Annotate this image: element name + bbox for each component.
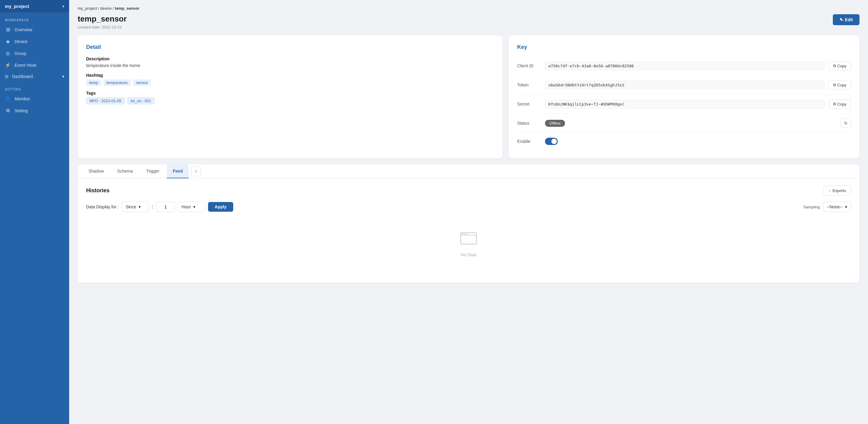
hashtag-tag-temp: temp (86, 80, 101, 86)
sidebar-item-label: Dashboard (12, 74, 33, 79)
hashtag-tag-sensor: sensor (133, 80, 151, 86)
secret-copy-button[interactable]: ⧉ Copy (829, 99, 851, 109)
enable-toggle[interactable] (545, 138, 558, 145)
histories-title: Histories (86, 187, 110, 194)
copy-label: Copy (837, 102, 846, 107)
tab-trigger[interactable]: Trigger (140, 164, 165, 178)
colon-separator: : (152, 204, 153, 210)
hashtag-label: Hashtag (86, 73, 494, 78)
page-subtitle: created date: 2022-10-21 (78, 25, 127, 29)
tab-info-button[interactable]: i (191, 166, 201, 176)
secret-value: KfnQnzNK$qilLCp3ve~TJ-#XD#PK0ge( (545, 100, 825, 109)
hour-value: Hour (182, 205, 191, 209)
main-content: my_project / device / temp_sensor temp_s… (69, 0, 868, 424)
chevron-down-icon: ▾ (62, 74, 64, 79)
breadcrumb-part-project[interactable]: my_project (78, 6, 97, 10)
tags-list: MFD : 2022-01-05 lot_no : 001 (86, 97, 494, 104)
sidebar-item-overview[interactable]: ⊞ Overview (0, 24, 69, 35)
hashtag-tags: temp temperature sensor (86, 80, 494, 86)
sidebar-item-label: Device (14, 39, 28, 44)
hook-icon: ⚡ (5, 62, 11, 68)
chevron-down-icon: ▾ (193, 205, 195, 209)
member-icon: 👤 (5, 96, 11, 101)
detail-card: Detail Description temperature inside th… (78, 35, 502, 158)
tab-feed[interactable]: Feed (167, 164, 189, 178)
sampling-value: --None-- (827, 205, 842, 209)
dashboard-icon: ⊟ (5, 74, 8, 79)
secret-row: Secret KfnQnzNK$qilLCp3ve~TJ-#XD#PK0ge( … (517, 95, 851, 114)
sidebar-item-member[interactable]: 👤 Member (0, 93, 69, 104)
grid-icon: ⊞ (5, 27, 11, 32)
svg-point-1 (462, 233, 463, 235)
edit-button[interactable]: ✎ Edit (833, 14, 860, 25)
description-label: Description (86, 56, 494, 61)
status-label: Status (517, 121, 541, 126)
no-data-icon (460, 230, 478, 249)
exports-label: Exports (833, 188, 846, 193)
breadcrumb-part-device[interactable]: device (100, 6, 112, 10)
sidebar-item-label: Setting (14, 108, 28, 113)
chevron-down-icon: ▾ (138, 205, 141, 209)
number-input[interactable] (156, 202, 175, 212)
copy-label: Copy (837, 64, 846, 68)
refresh-button[interactable]: ↻ (841, 119, 851, 128)
apply-button[interactable]: Apply (208, 202, 233, 212)
tag-lot: lot_no : 001 (127, 97, 155, 104)
client-id-label: Client ID (517, 63, 541, 68)
client-id-copy-button[interactable]: ⧉ Copy (829, 61, 851, 70)
sidebar-item-label: Group (14, 51, 26, 56)
key-card-title: Key (517, 44, 851, 50)
sidebar-item-label: Member (14, 96, 30, 101)
sidebar-item-label: Overview (14, 27, 32, 32)
enable-label: Enable (517, 139, 541, 144)
info-icon: i (196, 169, 196, 174)
device-icon: ◈ (5, 38, 11, 44)
tabs-bar: Shadow Schema Trigger Feed i (78, 164, 860, 178)
tab-shadow[interactable]: Shadow (83, 164, 110, 178)
section-header: Histories ↑ Exports (86, 186, 851, 195)
status-row: Status Offline ↻ (517, 114, 851, 133)
feed-section: Histories ↑ Exports Data Display for : S… (78, 178, 860, 283)
chevron-down-icon: ▾ (845, 205, 847, 209)
sidebar-item-group[interactable]: ◎ Group (0, 47, 69, 59)
tab-schema[interactable]: Schema (111, 164, 139, 178)
left-controls: Data Display for : Since ▾ : Hour ▾ Appl… (86, 202, 233, 212)
group-icon: ◎ (5, 50, 11, 56)
breadcrumb: my_project / device / temp_sensor (78, 6, 860, 10)
sidebar-item-setting[interactable]: ⚙ Setting (0, 104, 69, 117)
apply-label: Apply (215, 205, 226, 209)
token-copy-button[interactable]: ⧉ Copy (829, 80, 851, 89)
data-controls-row: Data Display for : Since ▾ : Hour ▾ Appl… (86, 202, 851, 212)
data-display-label: Data Display for : (86, 205, 119, 209)
sidebar-item-event-hook[interactable]: ⚡ Event Hook (0, 59, 69, 71)
edit-label: Edit (845, 17, 853, 22)
page-title: temp_sensor (78, 14, 127, 24)
hour-dropdown[interactable]: Hour ▾ (178, 202, 205, 212)
copy-icon: ⧉ (833, 63, 836, 68)
since-dropdown[interactable]: Since ▾ (122, 202, 149, 212)
enable-row: Enable (517, 133, 851, 150)
chevron-down-icon: ▾ (62, 4, 64, 8)
no-data-text: No Data (461, 252, 476, 257)
workspace-section-label: WORKSPACE (0, 13, 69, 24)
content-area: my_project / device / temp_sensor temp_s… (69, 0, 868, 424)
no-data-area: No Data (86, 212, 851, 275)
copy-icon: ⧉ (833, 83, 836, 87)
client-id-row: Client ID e750c7df-e7cb-43a8-8e56-a0700d… (517, 56, 851, 75)
status-badge: Offline (545, 120, 565, 127)
right-controls: Sampling --None-- ▾ (803, 202, 851, 212)
svg-point-2 (464, 233, 465, 235)
cards-row: Detail Description temperature inside th… (78, 35, 860, 158)
token-label: Token (517, 83, 541, 87)
project-selector[interactable]: my_project ▾ (0, 0, 69, 13)
token-row: Token nbwS6drSNXDtYiHrt7qZD5nkXSghJ3xS ⧉… (517, 75, 851, 95)
breadcrumb-part-sensor: temp_sensor (115, 6, 140, 10)
sidebar-item-device[interactable]: ◈ Device (0, 35, 69, 47)
sidebar-item-dashboard[interactable]: ⊟ Dashboard ▾ (0, 71, 69, 82)
sampling-label: Sampling (803, 205, 820, 209)
sampling-dropdown[interactable]: --None-- ▾ (823, 202, 851, 212)
exports-button[interactable]: ↑ Exports (824, 186, 851, 195)
tags-label: Tags (86, 91, 494, 95)
svg-rect-0 (461, 233, 476, 244)
refresh-icon: ↻ (844, 121, 848, 126)
